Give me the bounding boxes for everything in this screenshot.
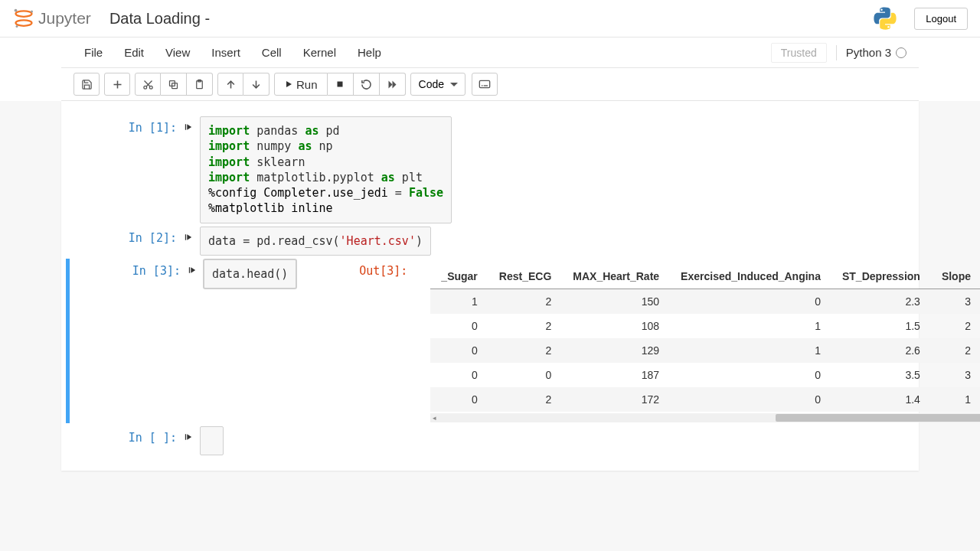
jupyter-logo[interactable]: Jupyter bbox=[12, 7, 102, 30]
table-cell: 2 bbox=[931, 314, 980, 338]
run-cell-icon[interactable] bbox=[185, 116, 200, 132]
code-cell[interactable]: In [2]:data = pd.read_csv('Heart.csv') bbox=[66, 227, 914, 256]
table-cell: 108 bbox=[562, 314, 670, 338]
table-cell: 1.4 bbox=[831, 387, 931, 412]
svg-point-2 bbox=[15, 9, 18, 12]
table-row: 0018703.53030 bbox=[430, 363, 980, 387]
code-cell[interactable]: In [1]:import pandas as pd import numpy … bbox=[66, 116, 914, 223]
menu-view[interactable]: View bbox=[155, 40, 201, 65]
code-input[interactable] bbox=[200, 426, 224, 455]
run-cell-icon[interactable] bbox=[185, 426, 200, 442]
table-cell: 0 bbox=[488, 363, 562, 387]
svg-marker-37 bbox=[187, 434, 191, 440]
table-cell: 1 bbox=[931, 387, 980, 412]
svg-marker-22 bbox=[392, 80, 396, 88]
table-cell: 1.5 bbox=[831, 314, 931, 338]
svg-rect-30 bbox=[185, 124, 186, 130]
menubar: FileEditViewInsertCellKernelHelp Trusted… bbox=[61, 37, 919, 68]
dataframe-table: _SugarRest_ECGMAX_Heart_RateExercised_In… bbox=[430, 264, 980, 412]
toolbar: Run Code bbox=[61, 68, 919, 101]
menu-insert[interactable]: Insert bbox=[201, 40, 251, 65]
table-cell: 0 bbox=[430, 387, 488, 412]
table-cell: 3.5 bbox=[831, 363, 931, 387]
menu-kernel[interactable]: Kernel bbox=[292, 40, 347, 65]
run-cell-icon[interactable] bbox=[185, 227, 200, 242]
run-cell-icon[interactable] bbox=[188, 259, 204, 275]
table-header: Exercised_Induced_Angina bbox=[670, 264, 831, 289]
table-cell: 0 bbox=[430, 363, 488, 387]
run-button[interactable]: Run bbox=[274, 73, 328, 96]
copy-button[interactable] bbox=[161, 73, 187, 96]
python-logo-icon bbox=[871, 5, 899, 32]
table-cell: 0 bbox=[430, 314, 488, 338]
table-cell: 1 bbox=[430, 289, 488, 314]
table-cell: 2 bbox=[931, 338, 980, 363]
cut-button[interactable] bbox=[135, 73, 161, 96]
svg-marker-21 bbox=[388, 80, 392, 88]
svg-marker-19 bbox=[286, 81, 292, 87]
move-up-button[interactable] bbox=[217, 73, 243, 96]
table-cell: 1 bbox=[670, 314, 831, 338]
menu-help[interactable]: Help bbox=[347, 40, 392, 65]
table-cell: 2 bbox=[488, 338, 562, 363]
table-header: ST_Depression bbox=[831, 264, 931, 289]
table-cell: 2.3 bbox=[831, 289, 931, 314]
table-cell: 150 bbox=[562, 289, 670, 314]
menu-cell[interactable]: Cell bbox=[251, 40, 292, 65]
output-prompt: Out[3]: bbox=[359, 259, 415, 282]
run-label: Run bbox=[296, 78, 318, 91]
notebook-name[interactable]: Data Loading - bbox=[109, 10, 210, 28]
kernel-name[interactable]: Python 3 bbox=[846, 46, 891, 59]
jupyter-logo-text: Jupyter bbox=[38, 9, 91, 28]
trusted-indicator[interactable]: Trusted bbox=[771, 43, 827, 63]
table-cell: 187 bbox=[562, 363, 670, 387]
jupyter-logo-icon bbox=[12, 7, 35, 30]
restart-button[interactable] bbox=[354, 73, 380, 96]
interrupt-button[interactable] bbox=[328, 73, 354, 96]
menu-file[interactable]: File bbox=[74, 40, 113, 65]
svg-marker-33 bbox=[187, 234, 191, 240]
table-cell: 3 bbox=[931, 289, 980, 314]
table-cell: 2 bbox=[488, 289, 562, 314]
svg-rect-20 bbox=[338, 82, 343, 87]
code-cell[interactable]: In [ ]: bbox=[66, 426, 914, 455]
code-cell[interactable]: In [3]:data.head()Out[3]:_SugarRest_ECGM… bbox=[66, 259, 914, 423]
table-cell: 2 bbox=[488, 387, 562, 412]
svg-marker-35 bbox=[191, 267, 195, 273]
output-area: _SugarRest_ECGMAX_Heart_RateExercised_In… bbox=[430, 259, 980, 422]
table-cell: 0 bbox=[670, 289, 831, 314]
table-row: 0212912.62271 bbox=[430, 338, 980, 363]
cell-type-select[interactable]: Code bbox=[410, 73, 466, 96]
svg-rect-23 bbox=[479, 80, 489, 87]
table-row: 0210811.52332 bbox=[430, 314, 980, 338]
table-cell: 0 bbox=[670, 387, 831, 412]
restart-run-all-button[interactable] bbox=[380, 73, 406, 96]
kernel-status-icon bbox=[896, 47, 906, 58]
table-cell: 2.6 bbox=[831, 338, 931, 363]
input-prompt: In [ ]: bbox=[129, 426, 185, 449]
svg-point-6 bbox=[887, 26, 889, 28]
command-palette-button[interactable] bbox=[472, 73, 498, 96]
svg-point-5 bbox=[880, 9, 882, 11]
save-button[interactable] bbox=[74, 73, 100, 96]
logout-button[interactable]: Logout bbox=[914, 8, 968, 30]
horizontal-scrollbar[interactable]: ◂▸ bbox=[430, 413, 980, 422]
table-cell: 1 bbox=[670, 338, 831, 363]
svg-rect-34 bbox=[189, 267, 190, 273]
svg-rect-36 bbox=[185, 434, 186, 440]
menu-edit[interactable]: Edit bbox=[113, 40, 155, 65]
table-cell: 2 bbox=[488, 314, 562, 338]
code-input[interactable]: data.head() bbox=[204, 259, 296, 289]
move-down-button[interactable] bbox=[243, 73, 270, 96]
paste-button[interactable] bbox=[187, 73, 213, 96]
code-input[interactable]: data = pd.read_csv('Heart.csv') bbox=[200, 227, 431, 256]
code-input[interactable]: import pandas as pd import numpy as np i… bbox=[200, 116, 452, 223]
divider bbox=[836, 45, 837, 60]
svg-marker-31 bbox=[187, 124, 191, 130]
svg-point-0 bbox=[16, 11, 32, 17]
input-prompt: In [2]: bbox=[129, 227, 185, 249]
table-cell: 0 bbox=[670, 363, 831, 387]
table-header: Rest_ECG bbox=[488, 264, 562, 289]
table-header: MAX_Heart_Rate bbox=[562, 264, 670, 289]
add-cell-button[interactable] bbox=[104, 73, 130, 96]
